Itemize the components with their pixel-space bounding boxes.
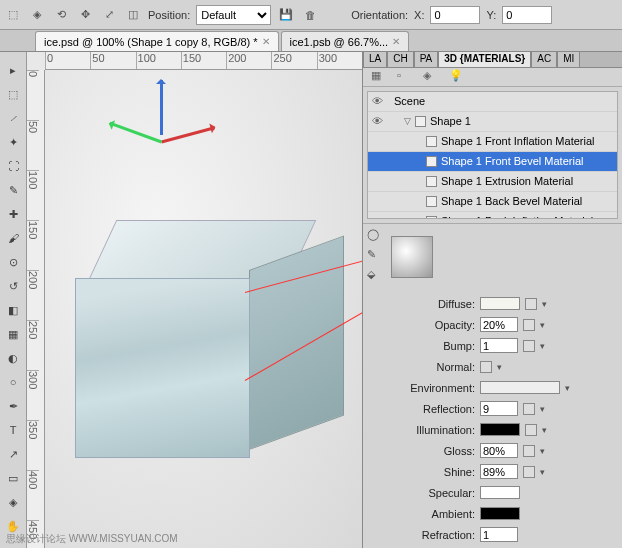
chevron-down-icon[interactable]: ▾: [540, 404, 550, 414]
close-icon[interactable]: ✕: [262, 36, 270, 47]
gradient-tool-icon[interactable]: ▦: [1, 323, 25, 345]
watermark: 思缘设计论坛 WWW.MISSYUAN.COM: [6, 532, 178, 546]
filter-scene-icon[interactable]: ▦: [371, 69, 387, 85]
ruler-vertical: 050100150200250300350400450: [27, 70, 45, 548]
filter-light-icon[interactable]: 💡: [449, 69, 465, 85]
chevron-down-icon[interactable]: ▾: [540, 320, 550, 330]
move-icon[interactable]: ✥: [76, 6, 94, 24]
texture-icon[interactable]: [523, 466, 535, 478]
shape-icon[interactable]: ◫: [124, 6, 142, 24]
eraser-tool-icon[interactable]: ◧: [1, 299, 25, 321]
texture-icon[interactable]: [525, 298, 537, 310]
marquee-tool-icon[interactable]: ⬚: [1, 83, 25, 105]
sphere-icon[interactable]: ◯: [367, 228, 385, 246]
diffuse-swatch[interactable]: [480, 297, 520, 310]
position-select[interactable]: Default: [196, 5, 271, 25]
cube-icon[interactable]: ◈: [28, 6, 46, 24]
x-input[interactable]: [430, 6, 480, 24]
chevron-down-icon[interactable]: ▾: [497, 362, 507, 372]
crop-tool-icon[interactable]: ⛶: [1, 155, 25, 177]
close-icon[interactable]: ✕: [392, 36, 400, 47]
tab-channels[interactable]: CH: [387, 52, 413, 67]
y-label: Y:: [486, 9, 496, 21]
shine-input[interactable]: [480, 464, 518, 479]
tab-ice-psd[interactable]: ice.psd @ 100% (Shape 1 copy 8, RGB/8) *…: [35, 31, 279, 51]
rotate-icon[interactable]: ⟲: [52, 6, 70, 24]
filter-material-icon[interactable]: ◈: [423, 69, 439, 85]
lasso-tool-icon[interactable]: ⟋: [1, 107, 25, 129]
chevron-down-icon[interactable]: ▾: [540, 341, 550, 351]
path-tool-icon[interactable]: ↗: [1, 443, 25, 465]
pen-tool-icon[interactable]: ✒: [1, 395, 25, 417]
scene-row[interactable]: 👁Scene: [368, 92, 617, 112]
scale-icon[interactable]: ⤢: [100, 6, 118, 24]
dodge-tool-icon[interactable]: ○: [1, 371, 25, 393]
tab-actions[interactable]: AC: [531, 52, 557, 67]
environment-swatch[interactable]: [480, 381, 560, 394]
chevron-down-icon[interactable]: ▾: [540, 446, 550, 456]
texture-icon[interactable]: [523, 319, 535, 331]
options-bar: ⬚ ◈ ⟲ ✥ ⤢ ◫ Position: Default 💾 🗑 Orient…: [0, 0, 622, 30]
axis-z-icon[interactable]: [160, 80, 163, 135]
move-tool-icon[interactable]: ▸: [1, 59, 25, 81]
material-icon: [426, 196, 437, 207]
tab-mi[interactable]: MI: [557, 52, 580, 67]
stamp-tool-icon[interactable]: ⊙: [1, 251, 25, 273]
home-icon[interactable]: ⬚: [4, 6, 22, 24]
eye-icon[interactable]: 👁: [372, 95, 386, 107]
y-input[interactable]: [502, 6, 552, 24]
disclosure-icon[interactable]: ▽: [404, 116, 411, 126]
eyedrop-icon[interactable]: ✎: [367, 248, 385, 266]
scene-row-material[interactable]: Shape 1 Extrusion Material: [368, 172, 617, 192]
scene-row[interactable]: 👁▽Shape 1: [368, 112, 617, 132]
eyedrop-tool-icon[interactable]: ✎: [1, 179, 25, 201]
shape-tool-icon[interactable]: ▭: [1, 467, 25, 489]
texture-icon[interactable]: [480, 361, 492, 373]
axis-y-icon[interactable]: [109, 122, 162, 144]
texture-icon[interactable]: [523, 340, 535, 352]
gloss-input[interactable]: [480, 443, 518, 458]
canvas[interactable]: [45, 70, 362, 548]
tab-3d-materials[interactable]: 3D {MATERIALS}: [438, 52, 531, 67]
reflection-input[interactable]: [480, 401, 518, 416]
filter-mesh-icon[interactable]: ▫: [397, 69, 413, 85]
opacity-input[interactable]: [480, 317, 518, 332]
texture-icon[interactable]: [523, 403, 535, 415]
scene-row-material[interactable]: Shape 1 Back Inflation Material: [368, 212, 617, 219]
heal-tool-icon[interactable]: ✚: [1, 203, 25, 225]
refraction-input[interactable]: [480, 527, 518, 542]
eye-icon[interactable]: 👁: [372, 115, 386, 127]
history-tool-icon[interactable]: ↺: [1, 275, 25, 297]
scene-row-material[interactable]: Shape 1 Back Bevel Material: [368, 192, 617, 212]
chevron-down-icon[interactable]: ▾: [542, 299, 552, 309]
scene-tree[interactable]: 👁Scene 👁▽Shape 1 Shape 1 Front Inflation…: [367, 91, 618, 219]
bump-input[interactable]: [480, 338, 518, 353]
texture-icon[interactable]: [523, 445, 535, 457]
texture-icon[interactable]: [525, 424, 537, 436]
ambient-swatch[interactable]: [480, 507, 520, 520]
material-icon: [426, 136, 437, 147]
scene-row-material[interactable]: Shape 1 Front Inflation Material: [368, 132, 617, 152]
axis-x-icon[interactable]: [161, 126, 215, 143]
chevron-down-icon[interactable]: ▾: [565, 383, 575, 393]
save-icon[interactable]: 💾: [277, 6, 295, 24]
chevron-down-icon[interactable]: ▾: [542, 425, 552, 435]
scene-row-material-selected[interactable]: Shape 1 Front Bevel Material: [368, 152, 617, 172]
specular-swatch[interactable]: [480, 486, 520, 499]
delete-icon[interactable]: 🗑: [301, 6, 319, 24]
3d-tool-icon[interactable]: ◈: [1, 491, 25, 513]
blur-tool-icon[interactable]: ◐: [1, 347, 25, 369]
tab-ice1-psb[interactable]: ice1.psb @ 66.7%...✕: [281, 31, 410, 51]
tab-paths[interactable]: PA: [414, 52, 439, 67]
material-preview-strip: ◯ ✎ ⬙: [363, 223, 622, 290]
bucket-icon[interactable]: ⬙: [367, 268, 385, 286]
type-tool-icon[interactable]: T: [1, 419, 25, 441]
illumination-swatch[interactable]: [480, 423, 520, 436]
wand-tool-icon[interactable]: ✦: [1, 131, 25, 153]
chevron-down-icon[interactable]: ▾: [540, 467, 550, 477]
material-thumbnail[interactable]: [391, 236, 433, 278]
document-tabs: ice.psd @ 100% (Shape 1 copy 8, RGB/8) *…: [0, 30, 622, 52]
tab-layers[interactable]: LA: [363, 52, 387, 67]
brush-tool-icon[interactable]: 🖌: [1, 227, 25, 249]
ice-cube-3d[interactable]: [75, 220, 345, 460]
